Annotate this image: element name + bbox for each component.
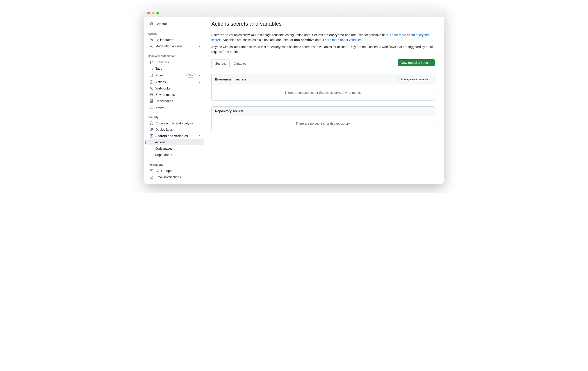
- chevron-down-icon: [198, 80, 201, 84]
- hubot-icon: [150, 169, 153, 173]
- beta-badge: Beta: [186, 73, 196, 77]
- repository-secrets-panel: Repository secrets There are no secrets …: [211, 106, 435, 131]
- server-icon: [150, 93, 153, 96]
- gear-icon: [150, 22, 153, 26]
- sidebar-item-secrets-variables[interactable]: Secrets and variables: [146, 133, 204, 139]
- sidebar-label: Rules: [156, 74, 184, 77]
- sidebar-label: Moderation options: [156, 44, 196, 48]
- tag-icon: [150, 67, 153, 70]
- play-icon: [150, 80, 153, 84]
- panel-title: Repository secrets: [215, 109, 243, 113]
- sidebar-label: Codespaces: [156, 99, 201, 103]
- manage-environments-button[interactable]: Manage environments: [398, 77, 431, 82]
- description-paragraph-1: Secrets and variables allow you to manag…: [211, 33, 435, 42]
- page-title: Actions secrets and variables: [211, 21, 435, 29]
- git-branch-icon: [150, 60, 153, 64]
- window-zoom-button[interactable]: [156, 12, 159, 14]
- app-window: General Access Collaborators Moderation …: [144, 9, 444, 184]
- key-asterisk-icon: [150, 134, 153, 138]
- tab-variables[interactable]: Variables: [230, 59, 250, 68]
- sidebar-item-codespaces[interactable]: Codespaces: [146, 98, 204, 104]
- settings-sidebar: General Access Collaborators Moderation …: [144, 17, 206, 184]
- sidebar-label: Email notifications: [156, 175, 201, 179]
- sidebar-item-environments[interactable]: Environments: [146, 92, 204, 98]
- sidebar-item-webhooks[interactable]: Webhooks: [146, 85, 204, 92]
- tab-secrets[interactable]: Secrets: [211, 59, 230, 68]
- sidebar-item-email-notifications[interactable]: Email notifications: [146, 174, 204, 180]
- people-icon: [150, 38, 153, 42]
- sidebar-label: Code security and analysis: [156, 121, 201, 125]
- sidebar-item-branches[interactable]: Branches: [146, 59, 204, 65]
- sidebar-heading-code-automation: Code and automation: [144, 51, 206, 59]
- sidebar-label: Webhooks: [156, 86, 201, 90]
- window-minimize-button[interactable]: [152, 12, 155, 14]
- window-close-button[interactable]: [147, 12, 150, 14]
- sidebar-label: General: [156, 22, 201, 26]
- codespaces-icon: [150, 99, 153, 103]
- learn-more-variables-link[interactable]: Learn more about variables: [323, 38, 361, 42]
- sidebar-label: Tags: [156, 67, 201, 70]
- repo-push-icon: [150, 74, 153, 77]
- key-icon: [150, 128, 153, 131]
- sidebar-label: Actions: [155, 140, 201, 144]
- sidebar-item-pages[interactable]: Pages: [146, 104, 204, 110]
- sidebar-item-github-apps[interactable]: GitHub Apps: [146, 168, 204, 174]
- sidebar-subitem-codespaces[interactable]: Codespaces: [146, 145, 204, 152]
- panel-title: Environment secrets: [215, 77, 246, 81]
- webhook-icon: [150, 86, 153, 90]
- main-content: Actions secrets and variables Secrets an…: [206, 17, 444, 184]
- sidebar-item-collaborators[interactable]: Collaborators: [146, 37, 204, 43]
- sidebar-label: Environments: [156, 93, 201, 96]
- sidebar-item-moderation[interactable]: Moderation options: [146, 43, 204, 49]
- sidebar-item-general[interactable]: General: [146, 21, 204, 27]
- description-paragraph-2: Anyone with collaborator access to this …: [211, 45, 435, 54]
- sidebar-label: Codespaces: [155, 147, 201, 150]
- environment-secrets-empty: There are no secrets for this repository…: [211, 85, 435, 100]
- sidebar-label: Actions: [156, 80, 196, 84]
- sidebar-item-deploy-keys[interactable]: Deploy keys: [146, 127, 204, 133]
- sidebar-item-code-security[interactable]: Code security and analysis: [146, 120, 204, 127]
- chevron-up-icon: [198, 134, 201, 138]
- sidebar-heading-access: Access: [144, 29, 206, 37]
- repository-secrets-empty: There are no secrets for this repository…: [211, 116, 435, 131]
- sidebar-item-tags[interactable]: Tags: [146, 65, 204, 72]
- sidebar-label: Pages: [156, 106, 201, 109]
- sidebar-label: Secrets and variables: [156, 134, 196, 138]
- sidebar-heading-security: Security: [144, 112, 206, 120]
- sidebar-label: GitHub Apps: [156, 169, 201, 173]
- mail-icon: [150, 175, 153, 179]
- sidebar-item-rules[interactable]: Rules Beta: [146, 72, 204, 79]
- chevron-down-icon: [198, 74, 201, 77]
- sidebar-item-actions[interactable]: Actions: [146, 79, 204, 85]
- chevron-down-icon: [198, 44, 201, 48]
- sidebar-subitem-dependabot[interactable]: Dependabot: [146, 152, 204, 158]
- sidebar-label: Branches: [156, 60, 201, 64]
- tabs-row: Secrets Variables New repository secret: [211, 59, 435, 68]
- sidebar-label: Deploy keys: [156, 128, 201, 131]
- comment-discussion-icon: [150, 44, 153, 48]
- browser-icon: [150, 106, 153, 109]
- environment-secrets-panel: Environment secrets Manage environments …: [211, 74, 435, 101]
- codescan-icon: [150, 121, 153, 125]
- sidebar-label: Dependabot: [155, 153, 201, 157]
- sidebar-subitem-actions[interactable]: Actions: [146, 139, 204, 145]
- new-repository-secret-button[interactable]: New repository secret: [398, 59, 435, 66]
- sidebar-heading-integrations: Integrations: [144, 160, 206, 168]
- sidebar-label: Collaborators: [156, 38, 201, 42]
- titlebar: [144, 9, 444, 17]
